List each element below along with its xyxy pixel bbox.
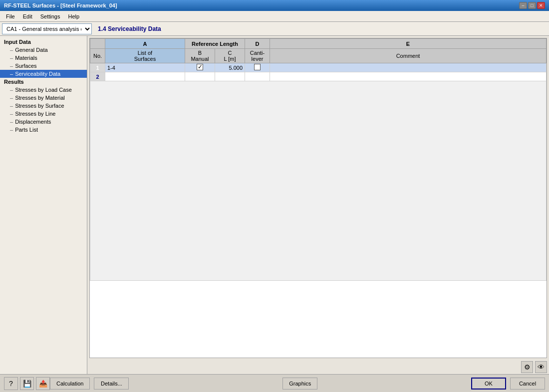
column-subheader-row: No. List of Surfaces B Manual C L [m] xyxy=(90,49,547,63)
sidebar-item-stresses-load-case[interactable]: Stresses by Load Case xyxy=(0,86,87,94)
row1-surfaces[interactable]: 1-4 xyxy=(105,63,185,72)
title-bar-buttons: – □ ✕ xyxy=(519,2,545,9)
eye-icon: 👁 xyxy=(538,363,545,371)
grid-area: A Reference Length D E No. List of Surfa… xyxy=(87,36,549,374)
row2-cantilever[interactable] xyxy=(245,72,270,81)
settings-icon-btn[interactable]: ⚙ xyxy=(521,361,533,373)
row2-length[interactable] xyxy=(215,72,245,81)
no-subheader: No. xyxy=(90,49,105,63)
save-button[interactable]: 💾 xyxy=(20,377,34,390)
help-button[interactable]: ? xyxy=(4,377,18,390)
col-b-subheader: B Manual xyxy=(185,49,215,63)
graphics-button[interactable]: Graphics xyxy=(282,378,317,390)
col-a-subheader: List of Surfaces xyxy=(105,49,185,63)
sidebar-item-displacements[interactable]: Displacements xyxy=(0,118,87,126)
close-button[interactable]: ✕ xyxy=(537,2,545,9)
footer-right: OK Cancel xyxy=(471,378,545,390)
col-e-letter: E xyxy=(270,39,547,49)
input-data-header: Input Data xyxy=(0,38,87,46)
footer: ? 💾 📤 Calculation Details... Graphics OK… xyxy=(0,374,549,392)
help-icon: ? xyxy=(9,380,13,388)
menu-bar: File Edit Settings Help xyxy=(0,11,549,22)
menu-help[interactable]: Help xyxy=(64,12,83,20)
maximize-button[interactable]: □ xyxy=(528,2,536,9)
sidebar-item-materials[interactable]: Materials xyxy=(0,54,87,62)
ok-button[interactable]: OK xyxy=(471,378,506,390)
col-e-subheader: Comment xyxy=(270,49,547,63)
col-bc-header: Reference Length xyxy=(185,39,245,49)
load-case-dropdown[interactable]: CA1 - General stress analysis of xyxy=(2,23,92,34)
window-title: RF-STEEL Surfaces - [Steel Framework_04] xyxy=(4,2,117,8)
sidebar-item-surfaces[interactable]: Surfaces xyxy=(0,62,87,70)
minimize-button[interactable]: – xyxy=(519,2,527,9)
row1-cantilever-checkbox[interactable] xyxy=(245,63,270,72)
bottom-icon-bar: ⚙ 👁 xyxy=(87,360,549,374)
sidebar-item-parts-list[interactable]: Parts List xyxy=(0,126,87,134)
row2-no: 2 xyxy=(90,72,105,81)
empty-area xyxy=(90,81,547,281)
sidebar-item-stresses-material[interactable]: Stresses by Material xyxy=(0,94,87,102)
col-a-letter: A xyxy=(105,39,185,49)
checkbox-unchecked-icon[interactable] xyxy=(254,64,261,70)
section-title: 1.4 Serviceability Data xyxy=(98,25,161,32)
col-d-subheader: Canti- lever xyxy=(245,49,270,63)
settings-icon: ⚙ xyxy=(524,363,531,371)
calculation-button[interactable]: Calculation xyxy=(50,378,90,390)
sidebar-item-stresses-surface[interactable]: Stresses by Surface xyxy=(0,102,87,110)
table-row xyxy=(90,81,547,281)
row1-manual-checkbox[interactable] xyxy=(185,63,215,72)
main-content: Input Data General Data Materials Surfac… xyxy=(0,36,549,374)
table-container: A Reference Length D E No. List of Surfa… xyxy=(89,38,547,358)
row1-length[interactable]: 5.000 xyxy=(215,63,245,72)
details-button[interactable]: Details... xyxy=(94,378,129,390)
data-table: A Reference Length D E No. List of Surfa… xyxy=(90,38,547,281)
results-header: Results xyxy=(0,78,87,86)
sidebar: Input Data General Data Materials Surfac… xyxy=(0,36,87,374)
menu-file[interactable]: File xyxy=(2,12,19,20)
table-row[interactable]: 1 1-4 5.000 xyxy=(90,63,547,72)
menu-edit[interactable]: Edit xyxy=(19,12,36,20)
row1-no: 1 xyxy=(90,63,105,72)
row2-manual[interactable] xyxy=(185,72,215,81)
row1-comment[interactable] xyxy=(270,63,547,72)
export-icon: 📤 xyxy=(39,380,47,388)
row2-surfaces[interactable] xyxy=(105,72,185,81)
export-button[interactable]: 📤 xyxy=(36,377,50,390)
table-row[interactable]: 2 xyxy=(90,72,547,81)
title-bar: RF-STEEL Surfaces - [Steel Framework_04]… xyxy=(0,0,549,11)
eye-icon-btn[interactable]: 👁 xyxy=(535,361,547,373)
checkbox-checked-icon[interactable] xyxy=(197,64,203,70)
sidebar-item-serviceability-data[interactable]: Serviceability Data xyxy=(0,70,87,78)
menu-settings[interactable]: Settings xyxy=(36,12,64,20)
footer-left: ? 💾 📤 xyxy=(4,377,50,390)
save-icon: 💾 xyxy=(23,380,31,388)
row2-comment[interactable] xyxy=(270,72,547,81)
col-c-subheader: C L [m] xyxy=(215,49,245,63)
col-d-letter: D xyxy=(245,39,270,49)
toolbar: CA1 - General stress analysis of 1.4 Ser… xyxy=(0,22,549,36)
col-no-header xyxy=(90,39,105,49)
sidebar-item-general-data[interactable]: General Data xyxy=(0,46,87,54)
sidebar-item-stresses-line[interactable]: Stresses by Line xyxy=(0,110,87,118)
footer-center: Calculation Details... xyxy=(50,378,129,390)
column-letter-row: A Reference Length D E xyxy=(90,39,547,49)
cancel-button[interactable]: Cancel xyxy=(510,378,545,390)
